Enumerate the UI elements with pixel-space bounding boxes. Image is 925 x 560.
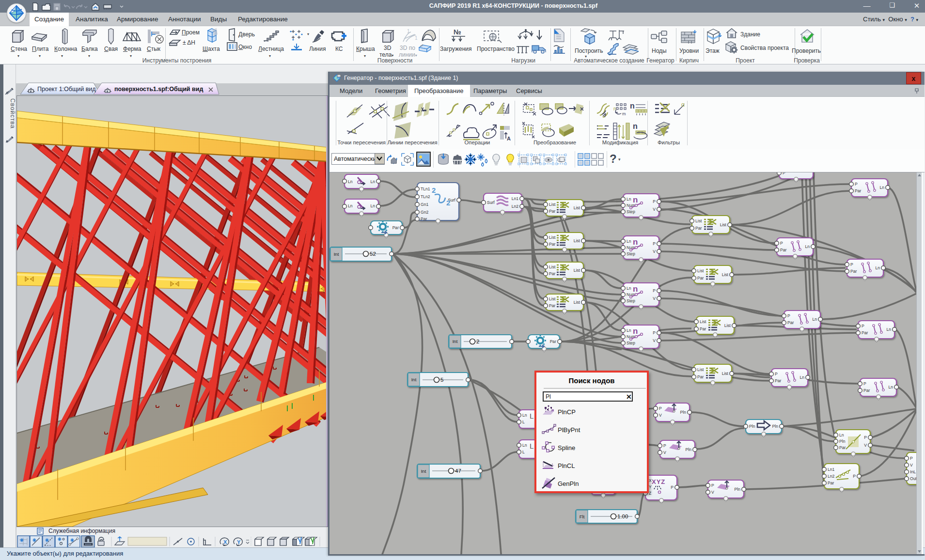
svg-text:Ln: Ln [522,413,527,418]
svg-text:V: V [659,413,662,418]
svg-text:52: 52 [370,251,376,257]
svg-text:List: List [697,367,704,372]
svg-text:Gn2: Gn2 [421,210,428,215]
svg-text:L: L [522,420,525,424]
svg-text:List: List [574,268,580,273]
svg-text:Par: Par [839,445,846,450]
svg-text:Int: Int [421,468,426,474]
svg-text:V: V [653,249,656,254]
svg-text:OutL: OutL [910,476,916,481]
svg-text:Ln: Ln [627,286,631,291]
svg-text:Ln: Ln [800,375,804,380]
svg-text:List: List [549,202,556,207]
svg-text:Ln2: Ln2 [512,204,519,209]
svg-text:Surf: Surf [487,200,495,205]
svg-text:Int: Int [411,377,417,382]
svg-text:поверхность1.spf:Общий вид: поверхность1.spf:Общий вид [114,86,203,93]
svg-text:Ln: Ln [875,265,880,270]
svg-text:Par: Par [850,269,857,274]
svg-text:List: List [722,272,729,277]
svg-text:Ln: Ln [627,328,631,333]
svg-text:n: n [633,327,638,336]
svg-text:List: List [722,371,729,376]
svg-text:Int: Int [453,339,458,344]
svg-text:Par: Par [392,225,399,230]
svg-text:TLn1: TLn1 [421,187,430,191]
svg-text:n: n [633,195,638,204]
svg-text:Ln: Ln [879,185,884,190]
svg-text:Par: Par [550,339,557,344]
svg-text:Pln: Pln [772,424,779,429]
svg-text:5: 5 [440,377,443,383]
svg-text:P: P [862,324,864,328]
svg-text:n: n [633,284,638,294]
svg-text:TLn2: TLn2 [421,194,430,199]
svg-text:List: List [574,238,580,243]
svg-text:Par: Par [549,209,556,214]
svg-text:V: V [653,296,656,301]
svg-text:α: α [681,101,685,108]
svg-text:L: L [530,442,533,450]
svg-text:Z: Z [649,491,651,496]
svg-text:List: List [549,264,556,269]
svg-text:Pln: Pln [749,424,755,429]
svg-text:1: 1 [407,29,410,34]
svg-text:Ln2: Ln2 [828,474,835,479]
svg-text:V: V [864,443,867,448]
svg-text:Par: Par [421,217,427,221]
svg-text:Ln: Ln [348,179,353,184]
svg-text:Int: Int [334,251,339,257]
svg-text:№: № [454,28,461,36]
svg-text:Ln: Ln [627,197,631,202]
svg-text:2: 2 [476,339,479,344]
svg-text:Flt: Flt [580,514,585,519]
svg-text:Par: Par [828,481,834,485]
svg-text:Par: Par [855,188,862,193]
svg-text:Y: Y [237,539,241,545]
svg-text:X: X [223,539,227,545]
svg-text:Par: Par [549,271,556,276]
svg-text:P: P [783,172,785,175]
svg-text:1: 1 [415,35,418,41]
svg-text:List: List [549,235,556,240]
svg-text:Ln: Ln [839,433,844,437]
svg-text:P: P [910,456,913,461]
svg-text:List: List [574,205,580,210]
svg-text:P: P [653,288,656,293]
svg-text:XYZ: XYZ [652,478,665,485]
svg-text:Par: Par [780,248,787,252]
svg-text:n: n [633,237,638,247]
svg-text:Ln: Ln [812,317,817,322]
svg-text:P: P [853,474,856,479]
svg-text:Step: Step [627,251,635,256]
svg-text:P: P [775,372,778,376]
svg-text:Step: Step [627,209,635,214]
svg-text:Par: Par [697,276,704,280]
svg-text:Par: Par [549,242,556,247]
svg-text:Par: Par [700,327,706,331]
svg-text:A: A [507,136,511,141]
svg-text:P: P [659,406,662,411]
svg-text:47: 47 [455,468,461,474]
svg-text:Pln: Pln [686,447,692,452]
svg-text:Step: Step [627,341,635,345]
svg-text:List: List [724,323,731,328]
svg-text:Par: Par [549,303,556,308]
svg-text:List: List [574,300,580,305]
svg-text:Ln: Ln [370,203,375,208]
svg-text:1.00: 1.00 [617,513,628,519]
svg-text:m: m [622,111,626,116]
svg-text:Ln: Ln [888,385,893,389]
svg-text:P: P [855,182,858,187]
svg-text:Ln1: Ln1 [828,467,835,472]
svg-text:Par: Par [862,330,868,335]
svg-text:P: P [653,330,656,335]
svg-text:Ln: Ln [886,327,891,332]
svg-text:P: P [863,381,866,386]
svg-text:P: P [663,443,666,448]
svg-text:Ln: Ln [370,179,375,184]
svg-text:Pln: Pln [680,410,687,415]
svg-text:Par: Par [863,388,870,393]
svg-text:P: P [780,241,783,246]
svg-text:Par: Par [787,320,794,325]
